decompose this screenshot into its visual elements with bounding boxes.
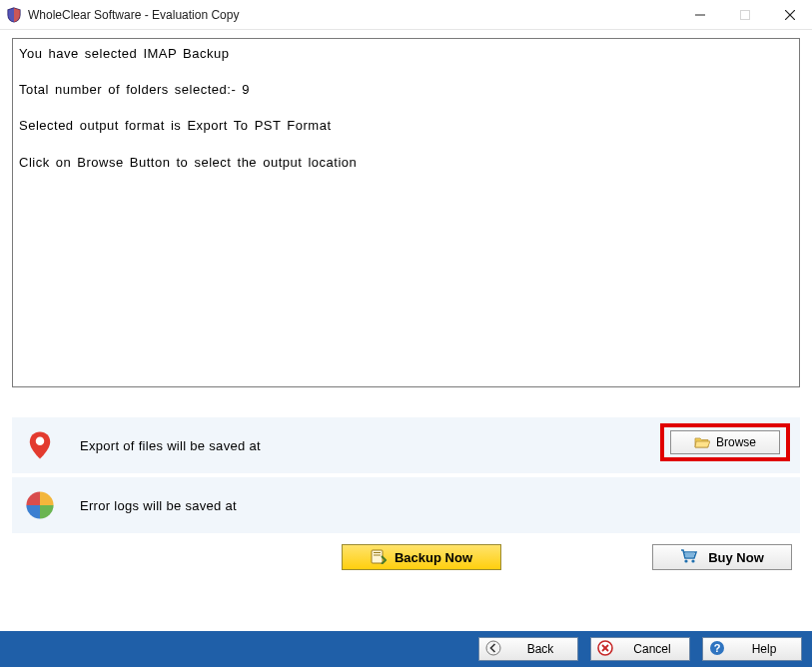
- app-icon: [6, 7, 22, 23]
- close-icon: [785, 10, 795, 20]
- summary-line: Click on Browse Button to select the out…: [19, 154, 793, 172]
- buy-now-label: Buy Now: [708, 550, 764, 565]
- output-paths-section: Export of files will be saved at Browse: [12, 417, 800, 533]
- window-controls: [677, 0, 812, 30]
- summary-line: You have selected IMAP Backup: [19, 45, 793, 63]
- cancel-button[interactable]: Cancel: [590, 637, 690, 661]
- svg-rect-1: [740, 11, 749, 20]
- cancel-label: Cancel: [623, 642, 689, 656]
- svg-rect-6: [374, 552, 381, 553]
- cart-icon: [680, 548, 698, 567]
- minimize-icon: [695, 10, 705, 20]
- svg-text:?: ?: [714, 642, 721, 654]
- backup-icon: [371, 548, 387, 567]
- svg-rect-5: [372, 550, 383, 563]
- back-button[interactable]: Back: [478, 637, 578, 661]
- folder-open-icon: [694, 435, 710, 449]
- window-title: WholeClear Software - Evaluation Copy: [28, 8, 239, 22]
- maximize-icon: [740, 10, 750, 20]
- back-arrow-icon: [485, 640, 501, 659]
- minimize-button[interactable]: [677, 0, 722, 30]
- help-button[interactable]: ? Help: [702, 637, 802, 661]
- summary-panel: You have selected IMAP Backup Total numb…: [12, 38, 800, 387]
- backup-now-label: Backup Now: [395, 550, 472, 565]
- svg-point-9: [692, 559, 695, 562]
- cancel-icon: [597, 640, 613, 659]
- buy-now-button[interactable]: Buy Now: [652, 544, 792, 570]
- errorlog-path-label: Error logs will be saved at: [80, 498, 237, 513]
- maximize-button: [722, 0, 767, 30]
- svg-rect-7: [374, 554, 381, 555]
- errorlog-path-row: Error logs will be saved at: [12, 477, 800, 533]
- location-pin-icon: [20, 425, 60, 465]
- export-path-row: Export of files will be saved at Browse: [12, 417, 800, 473]
- client-area: You have selected IMAP Backup Total numb…: [0, 30, 812, 667]
- close-button[interactable]: [767, 0, 812, 30]
- titlebar: WholeClear Software - Evaluation Copy: [0, 0, 812, 30]
- browse-highlight: Browse: [660, 423, 790, 461]
- export-path-label: Export of files will be saved at: [80, 438, 261, 453]
- summary-line: Selected output format is Export To PST …: [19, 117, 793, 135]
- browse-button-label: Browse: [716, 435, 756, 449]
- action-row: Backup Now Buy Now: [12, 541, 800, 573]
- backup-now-button[interactable]: Backup Now: [342, 544, 501, 570]
- help-icon: ?: [709, 640, 725, 659]
- back-label: Back: [511, 642, 577, 656]
- footer-bar: Back Cancel ? Help: [0, 631, 812, 667]
- svg-rect-10: [685, 552, 694, 557]
- help-label: Help: [735, 642, 801, 656]
- svg-point-4: [36, 437, 45, 446]
- svg-point-11: [486, 641, 500, 655]
- browse-button[interactable]: Browse: [670, 430, 780, 454]
- pie-chart-icon: [20, 485, 60, 525]
- svg-point-8: [685, 559, 688, 562]
- summary-line: Total number of folders selected:- 9: [19, 81, 793, 99]
